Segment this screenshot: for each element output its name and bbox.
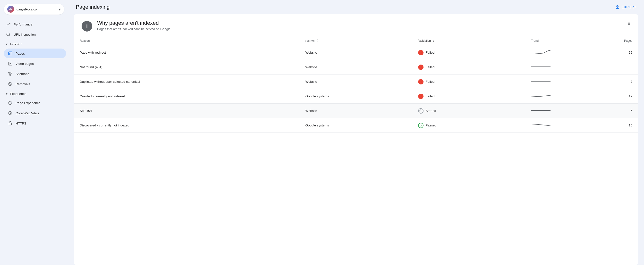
sidebar-item-video-pages[interactable]: Video pages bbox=[4, 59, 66, 68]
cell-pages: 2 bbox=[593, 74, 638, 89]
indexing-section-label: Indexing bbox=[10, 42, 22, 46]
sidebar-item-removals[interactable]: Removals bbox=[4, 79, 66, 89]
svg-rect-8 bbox=[11, 72, 12, 73]
sidebar-item-pages[interactable]: Pages bbox=[4, 48, 66, 58]
col-header-reason: Reason bbox=[74, 36, 300, 45]
cell-pages: 10 bbox=[593, 118, 638, 133]
cell-source: Website bbox=[300, 60, 412, 74]
cell-trend bbox=[525, 60, 593, 74]
table-row[interactable]: Duplicate without user-selected canonica… bbox=[74, 74, 638, 89]
sidebar-item-https[interactable]: HTTPS bbox=[4, 118, 66, 128]
cell-source: Google systems bbox=[300, 89, 412, 104]
sidebar-item-video-label: Video pages bbox=[16, 62, 34, 65]
chevron-down-icon: ▾ bbox=[59, 7, 61, 12]
card-header: i Why pages aren't indexed Pages that ar… bbox=[74, 14, 638, 36]
cell-reason: Duplicate without user-selected canonica… bbox=[74, 74, 300, 89]
https-icon bbox=[8, 121, 13, 126]
table-row[interactable]: Soft 404WebsiteStarted6 bbox=[74, 104, 638, 118]
svg-marker-6 bbox=[10, 63, 11, 64]
card-subtitle: Pages that aren't indexed can't be serve… bbox=[97, 27, 170, 31]
col-header-source: Source ? bbox=[300, 36, 412, 45]
card-title: Why pages aren't indexed bbox=[97, 20, 170, 26]
svg-rect-2 bbox=[8, 52, 12, 55]
export-button[interactable]: EXPORT bbox=[615, 4, 636, 9]
search-icon bbox=[6, 32, 11, 37]
cell-source: Website bbox=[300, 45, 412, 60]
cell-trend bbox=[525, 104, 593, 118]
table-row[interactable]: Not found (404)Website!Failed6 bbox=[74, 60, 638, 74]
svg-line-15 bbox=[9, 83, 12, 85]
indexing-card: i Why pages aren't indexed Pages that ar… bbox=[74, 14, 638, 265]
cell-trend bbox=[525, 89, 593, 104]
sidebar-item-performance[interactable]: Performance bbox=[2, 19, 66, 29]
sidebar-item-page-experience[interactable]: Page Experience bbox=[4, 98, 66, 108]
trend-icon bbox=[6, 22, 11, 27]
cell-validation: Passed bbox=[412, 118, 525, 133]
svg-line-1 bbox=[9, 35, 10, 36]
cell-source: Website bbox=[300, 74, 412, 89]
indexing-sub-nav: Pages Video pages bbox=[2, 48, 66, 89]
validation-label: Failed bbox=[426, 65, 434, 69]
cell-pages: 55 bbox=[593, 45, 638, 60]
sidebar-item-pages-label: Pages bbox=[16, 52, 25, 55]
experience-icon bbox=[8, 100, 13, 105]
sidebar-item-removals-label: Removals bbox=[16, 82, 30, 86]
removals-icon bbox=[8, 81, 13, 86]
sidebar-item-url-inspection[interactable]: URL inspection bbox=[2, 30, 66, 39]
cell-validation: !Failed bbox=[412, 74, 525, 89]
cell-reason: Page with redirect bbox=[74, 45, 300, 60]
experience-section-header[interactable]: ▾ Experience bbox=[2, 89, 66, 98]
sitemaps-icon bbox=[8, 71, 13, 76]
validation-label: Failed bbox=[426, 94, 434, 98]
col-header-validation[interactable]: Validation ↓ bbox=[412, 36, 525, 45]
cell-pages: 6 bbox=[593, 60, 638, 74]
experience-chevron-icon: ▾ bbox=[6, 92, 8, 96]
sidebar-item-url-label: URL inspection bbox=[14, 33, 36, 36]
indexing-section-header[interactable]: ▾ Indexing bbox=[2, 40, 66, 48]
sort-arrow-icon: ↓ bbox=[433, 39, 434, 42]
svg-rect-9 bbox=[10, 74, 11, 75]
svg-rect-7 bbox=[8, 72, 10, 73]
indexing-section: ▾ Indexing Pages bbox=[0, 40, 68, 89]
svg-point-16 bbox=[8, 101, 12, 105]
filter-icon[interactable]: ≡ bbox=[628, 21, 630, 26]
cell-validation: !Failed bbox=[412, 60, 525, 74]
table-row[interactable]: Page with redirectWebsite!Failed55 bbox=[74, 45, 638, 60]
domain-name: danyelkoca.com bbox=[16, 7, 56, 11]
sidebar-item-core-web-vitals-label: Core Web Vitals bbox=[16, 111, 39, 115]
video-icon bbox=[8, 61, 13, 66]
page-title: Page indexing bbox=[76, 4, 110, 10]
sidebar-item-performance-label: Performance bbox=[14, 22, 32, 26]
experience-sub-nav: Page Experience Core Web Vitals bbox=[2, 98, 66, 128]
cell-trend bbox=[525, 45, 593, 60]
sidebar-item-page-experience-label: Page Experience bbox=[16, 101, 40, 105]
cell-validation: !Failed bbox=[412, 89, 525, 104]
status-started-icon bbox=[418, 108, 424, 114]
help-icon[interactable]: ? bbox=[316, 39, 318, 43]
table-container: Reason Source ? Validation ↓ Trend bbox=[74, 36, 638, 133]
table-row[interactable]: Discovered - currently not indexedGoogle… bbox=[74, 118, 638, 133]
cell-trend bbox=[525, 74, 593, 89]
status-failed-icon: ! bbox=[418, 50, 424, 55]
indexing-table: Reason Source ? Validation ↓ Trend bbox=[74, 36, 638, 133]
pages-icon bbox=[8, 51, 13, 56]
indexing-chevron-icon: ▾ bbox=[6, 42, 8, 46]
cell-reason: Crawled - currently not indexed bbox=[74, 89, 300, 104]
validation-label: Failed bbox=[426, 51, 434, 54]
domain-avatar: dk bbox=[7, 6, 14, 13]
sidebar-item-sitemaps[interactable]: Sitemaps bbox=[4, 69, 66, 79]
validation-label: Started bbox=[426, 109, 436, 113]
cell-trend bbox=[525, 118, 593, 133]
domain-selector[interactable]: dk danyelkoca.com ▾ bbox=[4, 4, 64, 14]
sidebar-header: dk danyelkoca.com ▾ bbox=[0, 0, 68, 19]
sidebar-item-core-web-vitals[interactable]: Core Web Vitals bbox=[4, 108, 66, 118]
cell-pages: 19 bbox=[593, 89, 638, 104]
main-content: Page indexing EXPORT i Why pages aren't … bbox=[68, 0, 644, 265]
status-passed-icon bbox=[418, 123, 424, 128]
status-failed-icon: ! bbox=[418, 79, 424, 84]
status-failed-icon: ! bbox=[418, 64, 424, 70]
table-row[interactable]: Crawled - currently not indexedGoogle sy… bbox=[74, 89, 638, 104]
vitals-icon bbox=[8, 111, 13, 115]
cell-validation: Started bbox=[412, 104, 525, 118]
sidebar-item-https-label: HTTPS bbox=[16, 122, 26, 125]
